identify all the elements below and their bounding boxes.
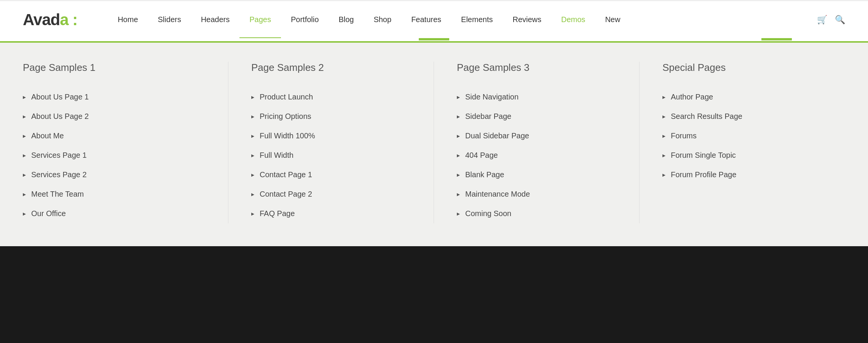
menu-link-coming-soon[interactable]: Coming Soon [457,204,616,223]
column-1-title: Page Samples 1 [23,62,205,74]
nav-headers[interactable]: Headers [191,1,240,39]
menu-link-meet-team[interactable]: Meet The Team [23,184,205,204]
menu-link-forum-topic[interactable]: Forum Single Topic [662,146,830,165]
demos-active-bar [761,38,792,40]
site-logo[interactable]: Avada : [23,11,77,29]
menu-link-forum-profile[interactable]: Forum Profile Page [662,165,830,184]
bottom-bar [0,246,868,269]
menu-column-1: Page Samples 1 About Us Page 1 About Us … [23,62,228,223]
site-header: Avada : Home Sliders Headers Pages Portf… [0,0,868,38]
menu-column-2: Page Samples 2 Product Launch Pricing Op… [228,62,434,223]
menu-column-3: Page Samples 3 Side Navigation Sidebar P… [434,62,640,223]
menu-link-contact-1[interactable]: Contact Page 1 [251,165,411,184]
menu-link-search-results[interactable]: Search Results Page [662,107,830,126]
column-3-title: Page Samples 3 [457,62,616,74]
menu-link-about-us-1[interactable]: About Us Page 1 [23,87,205,107]
menu-link-full-width-100[interactable]: Full Width 100% [251,126,411,146]
column-4-title: Special Pages [662,62,830,74]
logo-highlight: a [60,11,68,29]
menu-link-services-1[interactable]: Services Page 1 [23,146,205,165]
nav-shop[interactable]: Shop [364,1,401,39]
nav-icon-group: 🛒 🔍 [817,15,845,25]
menu-link-faq[interactable]: FAQ Page [251,204,411,223]
column-2-title: Page Samples 2 [251,62,411,74]
menu-link-product-launch[interactable]: Product Launch [251,87,411,107]
menu-link-our-office[interactable]: Our Office [23,204,205,223]
menu-link-dual-sidebar[interactable]: Dual Sidebar Page [457,126,616,146]
nav-sliders[interactable]: Sliders [148,1,191,39]
menu-link-about-me[interactable]: About Me [23,126,205,146]
nav-blog[interactable]: Blog [329,1,364,39]
menu-link-blank[interactable]: Blank Page [457,165,616,184]
menu-link-forums[interactable]: Forums [662,126,830,146]
search-icon[interactable]: 🔍 [835,15,845,25]
menu-column-4: Special Pages Author Page Search Results… [640,62,845,223]
nav-features[interactable]: Features [401,1,451,39]
green-bar-container [0,38,868,41]
menu-link-contact-2[interactable]: Contact Page 2 [251,184,411,204]
nav-portfolio[interactable]: Portfolio [281,1,329,39]
menu-link-author[interactable]: Author Page [662,87,830,107]
main-nav: Home Sliders Headers Pages Portfolio Blo… [108,1,845,39]
menu-link-404[interactable]: 404 Page [457,146,616,165]
menu-link-services-2[interactable]: Services Page 2 [23,165,205,184]
menu-link-sidebar[interactable]: Sidebar Page [457,107,616,126]
logo-colon: : [69,11,78,29]
nav-demos[interactable]: Demos [551,1,595,39]
cart-icon[interactable]: 🛒 [817,15,827,25]
pages-active-bar [419,38,449,40]
menu-link-pricing[interactable]: Pricing Options [251,107,411,126]
nav-home[interactable]: Home [108,1,148,39]
menu-link-about-us-2[interactable]: About Us Page 2 [23,107,205,126]
menu-link-maintenance[interactable]: Maintenance Mode [457,184,616,204]
menu-link-full-width[interactable]: Full Width [251,146,411,165]
nav-reviews[interactable]: Reviews [503,1,551,39]
nav-elements[interactable]: Elements [451,1,503,39]
nav-new[interactable]: New [595,1,630,39]
nav-pages[interactable]: Pages [239,1,281,39]
mega-menu: Page Samples 1 About Us Page 1 About Us … [0,41,868,246]
menu-link-side-nav[interactable]: Side Navigation [457,87,616,107]
